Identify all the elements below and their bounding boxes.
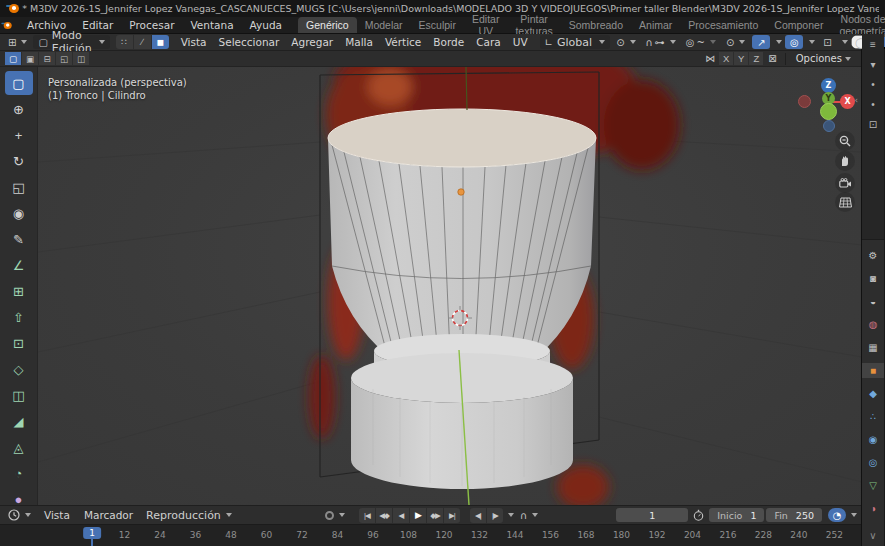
gizmo-center[interactable] [820,103,837,120]
workspace-tab[interactable]: Nodos de geometría [831,17,885,33]
snap-button[interactable]: ∩⊶ [642,35,680,50]
playback-button[interactable]: ◆▶ [427,508,443,523]
viewport-menu[interactable]: UV [507,34,534,50]
gizmo-axis-z-neg[interactable] [823,120,835,132]
gizmo-axis-x-neg[interactable] [798,95,811,108]
show-object-types-button[interactable]: ⊙ [722,35,749,50]
properties-tab-world[interactable]: ◍ [862,317,884,332]
workspace-tab[interactable]: Pintar texturas [507,17,560,33]
current-frame-badge[interactable]: 1 [83,527,101,539]
properties-tab-object[interactable]: ■ [862,363,884,378]
timeline-ruler[interactable]: 1224364860728496108120132144156168180192… [0,524,861,546]
playback-button[interactable]: ▶| [444,508,460,523]
viewport-menu[interactable]: Agregar [285,34,339,50]
tool-add-cube[interactable]: ⊞ [5,279,33,303]
workspace-tab[interactable]: Esculpir [411,17,464,33]
workspace-tab[interactable]: Procesamiento [680,17,766,33]
select-box-mode-intersect[interactable]: ◫ [73,52,89,65]
properties-tab-scene[interactable]: ◒ [862,294,884,309]
show-gizmos-toggle[interactable]: ↗ [752,35,770,49]
tool-annotate[interactable]: ✎ [5,227,33,251]
workspace-tab[interactable]: Editar UV [464,17,507,33]
current-frame-field[interactable]: 1 [616,508,688,522]
toggle-ortho-button[interactable] [835,192,855,212]
outliner-icon-restrict-toggles[interactable]: ⊡ [869,120,877,130]
tool-knife[interactable]: ◢ [5,409,33,433]
viewport-menu[interactable]: Cara [470,34,507,50]
playback-button[interactable]: ▶ [410,508,426,523]
playback-button[interactable]: ◀◆ [376,508,392,523]
tool-loop-cut[interactable]: ◫ [5,383,33,407]
select-mode-edge[interactable]: ∕ [134,35,151,49]
select-box-mode-set[interactable]: ▢ [5,52,21,65]
playback-sync-button[interactable]: ◔ [828,508,846,522]
pivot-point-button[interactable]: ⊙ [612,35,639,50]
properties-tab-object-data[interactable]: ▽ [862,478,884,493]
properties-tab-constraints[interactable]: ◎ [862,455,884,470]
editor-type-button[interactable]: ⊞ [4,35,31,50]
frame-step-button[interactable]: ◀| [470,508,486,523]
outliner-icon-dot-a[interactable]: • [871,80,875,90]
workspace-tab[interactable]: Animar [631,17,680,33]
mode-selector[interactable]: ▢ Modo Edición [33,35,109,49]
tool-move[interactable]: + [5,123,33,147]
tool-inset-faces[interactable]: ⊡ [5,331,33,355]
gizmo-axis-x[interactable]: X [840,94,855,109]
properties-tab-collection[interactable]: ▦ [862,340,884,355]
properties-tab-material[interactable]: ◑ [862,501,884,516]
menubar-menu[interactable]: Ventana [182,17,241,33]
properties-tab-physics[interactable]: ◉ [862,432,884,447]
workspace-tab[interactable]: Genérico [298,17,357,33]
properties-tab-modifiers[interactable]: ◆ [862,386,884,401]
viewport-menu[interactable]: Malla [339,34,379,50]
outliner-icon-dot-b[interactable]: • [871,100,875,110]
select-box-mode-subtract[interactable]: ⊟ [39,52,55,65]
playhead-line[interactable] [91,539,93,546]
frame-start-field[interactable]: Inicio 1 [709,508,764,522]
properties-tab-tool[interactable]: ⚙ [862,248,884,263]
pan-button[interactable] [835,151,855,171]
navigation-gizmo[interactable]: Z Y X [784,73,861,137]
zoom-button[interactable] [835,131,855,151]
select-box-mode-extend[interactable]: ▣ [22,52,38,65]
more-tabs-chevron[interactable]: ∨ [869,531,876,541]
proportional-editing-button[interactable]: ◎~ [682,35,720,50]
region-collapse-arrow[interactable]: ‹ [854,95,858,105]
workspace-tab[interactable]: Componer [766,17,831,33]
tool-spin[interactable]: ◔ [5,461,33,485]
xray-toggle[interactable]: ⊡ [818,35,836,49]
tool-select-box[interactable]: ▢ [5,71,33,95]
transform-orientation[interactable]: ∟ Global [540,35,610,49]
mirror-axis-toggle[interactable]: Z [749,52,763,65]
outliner-icon-filter[interactable]: ▾ [870,60,875,70]
playback-button[interactable]: |◀ [359,508,375,523]
viewport-menu[interactable]: Borde [427,34,470,50]
menubar-menu[interactable]: Procesar [121,17,182,33]
viewport-3d[interactable]: Personalizada (perspectiva) (1) Tronco |… [38,67,861,505]
playback-button[interactable]: ◀ [393,508,409,523]
playback-menu[interactable]: Reproducción [142,508,236,523]
properties-tab-render[interactable]: ◙ [862,271,884,286]
tool-bevel[interactable]: ◇ [5,357,33,381]
camera-view-button[interactable] [835,173,855,193]
timeline-editor-type-button[interactable] [4,508,35,523]
properties-tab-particles[interactable]: ∴ [862,409,884,424]
workspace-tab[interactable]: Modelar [357,17,411,33]
tool-options-dropdown[interactable]: Opciones [791,53,856,64]
tool-scale[interactable]: ◱ [5,175,33,199]
mirror-axis-toggle[interactable]: Y [734,52,748,65]
frame-step-button[interactable]: |▶ [487,508,503,523]
auto-keying-button[interactable] [321,508,349,523]
tool-rotate[interactable]: ↻ [5,149,33,173]
frame-end-field[interactable]: Fin 250 [766,508,822,522]
tool-poly-build[interactable]: ◬ [5,435,33,459]
outliner-icon-outliner-list[interactable]: ≡ [870,40,876,50]
viewport-menu[interactable]: Vista [175,34,213,50]
timeline-menu[interactable]: Vista [37,509,77,521]
timeline-menu[interactable]: Marcador [77,509,140,521]
select-box-mode-invert[interactable]: ◱ [56,52,72,65]
blender-menu-icon[interactable] [0,17,19,33]
tool-smooth[interactable]: ● [5,487,33,505]
workspace-tab[interactable]: Sombreado [561,17,631,33]
viewport-menu[interactable]: Vértice [379,34,427,50]
